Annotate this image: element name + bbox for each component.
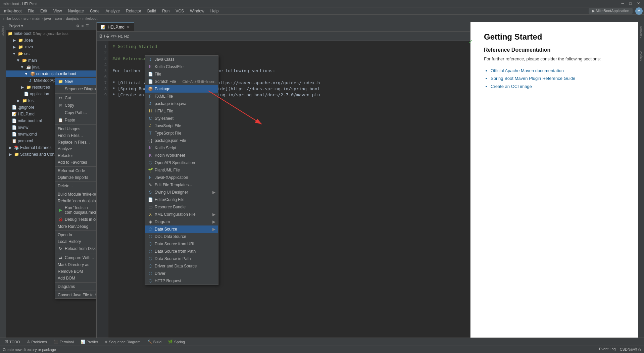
- tree-item-main[interactable]: ▼ 📂 main: [6, 57, 96, 64]
- sm-item-editfiletemplates[interactable]: ✎ Edit File Templates...: [145, 181, 218, 189]
- bottom-tab-spring[interactable]: 🌿 Spring: [165, 339, 188, 345]
- breadcrumb-part[interactable]: mike-boot: [3, 16, 19, 20]
- bottom-tab-profiler[interactable]: 📊 Profiler: [77, 339, 102, 345]
- menu-vcs[interactable]: VCS: [173, 8, 187, 14]
- cm-item-addbom[interactable]: Add BOM: [55, 275, 97, 282]
- sm-item-datasourcefrompath[interactable]: ⬡ Data Source from Path: [145, 248, 218, 255]
- sm-item-plantuml[interactable]: 🌱 PlantUML File: [145, 166, 218, 174]
- project-close-icon[interactable]: ─: [91, 24, 94, 28]
- sm-item-packageinfojava[interactable]: J package-info.java: [145, 100, 218, 107]
- tree-item-src[interactable]: ▼ 📂 src: [6, 50, 96, 57]
- h2-button[interactable]: H2: [124, 34, 129, 38]
- project-collapse-icon[interactable]: ≡: [82, 24, 84, 28]
- tree-item-mikeboot[interactable]: 📁 mike-boot D:\my-project\mike-boot: [6, 30, 96, 37]
- cm-item-debugtests[interactable]: 🐞 Debug 'Tests in com.duojiala.mikeboot': [55, 216, 97, 223]
- cm-item-localhistory[interactable]: Local History ▶: [55, 238, 97, 245]
- bottom-tab-terminal[interactable]: ⬛ Terminal: [50, 339, 77, 345]
- breadcrumb-part[interactable]: com: [55, 16, 62, 20]
- sm-item-kotlinscript[interactable]: K Kotlin Script: [145, 144, 218, 152]
- cm-item-refactor[interactable]: Refactor ▶: [55, 152, 97, 159]
- cm-item-new[interactable]: 📁 New ▶: [55, 78, 97, 85]
- preview-link-3[interactable]: Create an OCI image: [491, 83, 625, 90]
- bottom-tab-build[interactable]: 🔨 Build: [144, 339, 165, 345]
- cm-item-sequence[interactable]: Sequence Diagram...: [55, 85, 97, 93]
- sm-item-htmlfile[interactable]: H HTML File: [145, 107, 218, 115]
- sm-item-stylesheet[interactable]: C Stylesheet: [145, 115, 218, 122]
- bold-button[interactable]: B: [99, 34, 102, 39]
- sm-item-resourcebundle[interactable]: 🗃 Resource Bundle: [145, 203, 218, 211]
- menu-edit[interactable]: Edit: [38, 8, 50, 14]
- sm-item-httprequest[interactable]: ⬡ HTTP Request: [145, 277, 218, 285]
- cm-item-comparewith[interactable]: ⇄ Compare With... Ctrl+D: [55, 254, 97, 261]
- cm-item-findinfiles[interactable]: Find in Files... Ctrl+Shift+F: [55, 132, 97, 139]
- project-label[interactable]: Project: [1, 26, 5, 36]
- breadcrumb-part[interactable]: main: [32, 16, 40, 20]
- sm-item-diagram[interactable]: ◈ Diagram ▶: [145, 218, 218, 225]
- cm-item-cut[interactable]: ✂ Cut Ctrl+X: [55, 94, 97, 102]
- menu-mikeboot[interactable]: mike-boot: [1, 8, 24, 14]
- maximize-button[interactable]: □: [628, 1, 633, 6]
- cm-item-replaceinfiles[interactable]: Replace in Files... Ctrl+Shift+R: [55, 139, 97, 146]
- sm-item-datasource[interactable]: ⬡ Data Source ▶: [145, 225, 218, 233]
- sm-item-driver[interactable]: ⬡ Driver: [145, 270, 218, 277]
- menu-refactor[interactable]: Refactor: [123, 8, 144, 14]
- menu-help[interactable]: Help: [208, 8, 221, 14]
- sm-item-xmlconfigfile[interactable]: X XML Configuration File ▶: [145, 211, 218, 218]
- bottom-tab-seqdiagram[interactable]: ◈ Sequence Diagram: [101, 339, 144, 345]
- sm-item-jsfile[interactable]: J JavaScript File: [145, 122, 218, 130]
- minimize-button[interactable]: ─: [620, 1, 626, 6]
- cm-item-findusages[interactable]: Find Usages Alt+F7: [55, 125, 97, 132]
- sm-item-ddldatasource[interactable]: ⬡ DDL Data Source: [145, 233, 218, 240]
- tree-item-mvn[interactable]: ▶ 📁 .mvn: [6, 44, 96, 50]
- project-settings-icon[interactable]: ☰: [86, 24, 89, 28]
- cm-item-markdirectoryas[interactable]: Mark Directory as ▶: [55, 261, 97, 268]
- sm-item-scratchfile[interactable]: 📄 Scratch File Ctrl+Alt+Shift+Insert: [145, 78, 218, 85]
- sm-item-datasourcefromurl[interactable]: ⬡ Data Source from URL: [145, 240, 218, 248]
- cm-item-openin[interactable]: Open In ▶: [55, 232, 97, 238]
- sm-item-openapi[interactable]: ⬡ OpenAPI Specification: [145, 159, 218, 166]
- cm-item-buildmodule[interactable]: Build Module 'mike-boot': [55, 191, 97, 198]
- sm-item-kotlinworksheet[interactable]: K Kotlin Worksheet: [145, 152, 218, 159]
- cm-item-diagrams[interactable]: Diagrams ▶: [55, 283, 97, 290]
- tree-item-idea[interactable]: ▶ 📁 .idea: [6, 37, 96, 44]
- bottom-tab-todo[interactable]: ☑ TODO: [1, 339, 23, 345]
- menu-run[interactable]: Run: [159, 8, 172, 14]
- menu-navigate[interactable]: Navigate: [65, 8, 87, 14]
- cm-item-reformat[interactable]: Reformat Code Ctrl+Alt+L: [55, 167, 97, 174]
- cm-item-converttokotlin[interactable]: Convert Java File to Kotlin File Ctrl+Al…: [55, 292, 97, 298]
- sm-item-javafxapp[interactable]: F JavaFXApplication: [145, 174, 218, 181]
- menu-window[interactable]: Window: [187, 8, 207, 14]
- strikethrough-button[interactable]: S̶: [106, 34, 109, 39]
- sm-item-package[interactable]: 📦 Package: [145, 85, 218, 93]
- menu-view[interactable]: View: [51, 8, 65, 14]
- sm-item-tsfile[interactable]: T TypeScript File: [145, 130, 218, 137]
- sm-item-javaclass[interactable]: J Java Class: [145, 56, 218, 63]
- breadcrumb-part[interactable]: java: [44, 16, 51, 20]
- tree-item-java[interactable]: ▼ ☕ java: [6, 64, 96, 70]
- menu-analyze[interactable]: Analyze: [103, 8, 123, 14]
- cm-item-paste[interactable]: 📋 Paste Ctrl+V: [55, 116, 97, 124]
- sm-item-packagejsonfile[interactable]: { } package.json File: [145, 137, 218, 144]
- italic-button[interactable]: I: [104, 34, 105, 39]
- breadcrumb-part[interactable]: duojiala: [66, 16, 79, 20]
- cm-item-copy[interactable]: ⎘ Copy Ctrl+C: [55, 102, 97, 109]
- sm-item-fxmlfile[interactable]: F FXML File: [145, 93, 218, 100]
- cm-item-analyze[interactable]: Analyze ▶: [55, 146, 97, 152]
- tree-item-package[interactable]: ▼ 📦 com.duojiala.mikeboot: [6, 70, 96, 77]
- preview-link-2[interactable]: Spring Boot Maven Plugin Reference Guide: [491, 74, 625, 82]
- menu-code[interactable]: Code: [87, 8, 102, 14]
- h1-button[interactable]: H1: [118, 34, 123, 38]
- cm-item-rebuild[interactable]: Rebuild 'com.duojiala.mikeboot' Ctrl+Shi…: [55, 198, 97, 204]
- code-button[interactable]: </>: [110, 34, 117, 39]
- sm-item-driveranddatasource[interactable]: ⬡ Driver and Data Source: [145, 262, 218, 270]
- breadcrumb-part[interactable]: mikeboot: [83, 16, 98, 20]
- cm-item-addtofav[interactable]: Add to Favorites ▶: [55, 159, 97, 166]
- cm-item-delete[interactable]: Delete... Delete: [55, 183, 97, 189]
- menu-file[interactable]: File: [25, 8, 37, 14]
- eventlog-label[interactable]: Event Log: [599, 347, 616, 352]
- cm-item-runtests[interactable]: ▶ Run 'Tests in com.duojiala.mikeboot' C…: [55, 204, 97, 216]
- cm-item-optimizeimports[interactable]: Optimize Imports Ctrl+Alt+O: [55, 174, 97, 181]
- menu-build[interactable]: Build: [145, 8, 159, 14]
- sm-item-datasourceinpath[interactable]: ⬡ Data Source in Path: [145, 255, 218, 262]
- breadcrumb-part[interactable]: src: [23, 16, 29, 20]
